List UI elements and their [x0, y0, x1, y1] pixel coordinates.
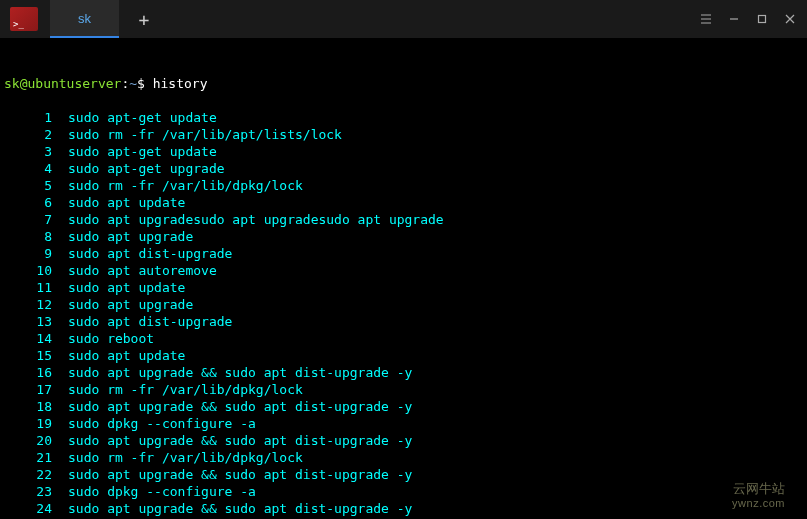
history-command: sudo rm -fr /var/lib/apt/lists/lock: [68, 126, 342, 143]
new-tab-button[interactable]: +: [125, 0, 163, 38]
history-number: 23: [4, 483, 52, 500]
history-entry: 11sudo apt update: [4, 279, 807, 296]
history-command: sudo apt dist-upgrade: [68, 245, 232, 262]
maximize-button[interactable]: [749, 6, 775, 32]
history-command: sudo apt dist-upgrade: [68, 313, 232, 330]
history-list: 1sudo apt-get update2sudo rm -fr /var/li…: [4, 109, 807, 519]
history-entry: 23sudo dpkg --configure -a: [4, 483, 807, 500]
history-number: 16: [4, 364, 52, 381]
history-entry: 14sudo reboot: [4, 330, 807, 347]
history-entry: 20sudo apt upgrade && sudo apt dist-upgr…: [4, 432, 807, 449]
history-number: 4: [4, 160, 52, 177]
terminal-output[interactable]: sk@ubuntuserver:~$ history 1sudo apt-get…: [0, 38, 807, 519]
history-number: 22: [4, 466, 52, 483]
history-number: 24: [4, 500, 52, 517]
minimize-icon: [729, 14, 739, 24]
history-command: sudo apt autoremove: [68, 262, 217, 279]
prompt-dollar: $: [137, 76, 145, 91]
history-entry: 17sudo rm -fr /var/lib/dpkg/lock: [4, 381, 807, 398]
history-command: sudo reboot: [68, 330, 154, 347]
watermark-url: ywnz.com: [732, 496, 785, 511]
history-number: 17: [4, 381, 52, 398]
history-number: 5: [4, 177, 52, 194]
history-number: 9: [4, 245, 52, 262]
history-entry: 24sudo apt upgrade && sudo apt dist-upgr…: [4, 500, 807, 517]
history-command: sudo apt-get update: [68, 109, 217, 126]
history-entry: 8sudo apt upgrade: [4, 228, 807, 245]
prompt-icon: >_: [13, 19, 24, 29]
history-number: 18: [4, 398, 52, 415]
history-command: sudo rm -fr /var/lib/dpkg/lock: [68, 449, 303, 466]
history-entry: 22sudo apt upgrade && sudo apt dist-upgr…: [4, 466, 807, 483]
history-entry: 13sudo apt dist-upgrade: [4, 313, 807, 330]
history-command: sudo apt-get update: [68, 143, 217, 160]
history-number: 1: [4, 109, 52, 126]
history-command: sudo apt upgrade && sudo apt dist-upgrad…: [68, 432, 412, 449]
history-entry: 7sudo apt upgradesudo apt upgradesudo ap…: [4, 211, 807, 228]
history-number: 3: [4, 143, 52, 160]
history-entry: 18sudo apt upgrade && sudo apt dist-upgr…: [4, 398, 807, 415]
history-entry: 21sudo rm -fr /var/lib/dpkg/lock: [4, 449, 807, 466]
history-number: 19: [4, 415, 52, 432]
history-entry: 19sudo dpkg --configure -a: [4, 415, 807, 432]
plus-icon: +: [139, 9, 150, 30]
history-number: 13: [4, 313, 52, 330]
history-command: sudo apt upgrade && sudo apt dist-upgrad…: [68, 398, 412, 415]
watermark: 云网牛站 ywnz.com: [732, 481, 785, 511]
prompt-line: sk@ubuntuserver:~$ history: [4, 75, 807, 92]
maximize-icon: [757, 14, 767, 24]
history-command: sudo apt update: [68, 194, 185, 211]
history-command: sudo rm -fr /var/lib/dpkg/lock: [68, 177, 303, 194]
watermark-text: 云网牛站: [732, 481, 785, 496]
history-entry: 1sudo apt-get update: [4, 109, 807, 126]
history-entry: 15sudo apt update: [4, 347, 807, 364]
history-entry: 6sudo apt update: [4, 194, 807, 211]
hamburger-icon: [700, 14, 712, 24]
history-command: sudo dpkg --configure -a: [68, 483, 256, 500]
close-icon: [785, 14, 795, 24]
history-number: 6: [4, 194, 52, 211]
window-controls: [693, 0, 803, 38]
typed-command: history: [153, 76, 208, 91]
history-command: sudo apt upgrade && sudo apt dist-upgrad…: [68, 364, 412, 381]
menu-button[interactable]: [693, 6, 719, 32]
history-number: 21: [4, 449, 52, 466]
history-entry: 9sudo apt dist-upgrade: [4, 245, 807, 262]
close-button[interactable]: [777, 6, 803, 32]
history-entry: 4sudo apt-get upgrade: [4, 160, 807, 177]
history-command: sudo apt upgradesudo apt upgradesudo apt…: [68, 211, 444, 228]
history-command: sudo rm -fr /var/lib/dpkg/lock: [68, 381, 303, 398]
history-entry: 5sudo rm -fr /var/lib/dpkg/lock: [4, 177, 807, 194]
history-command: sudo apt-get upgrade: [68, 160, 225, 177]
svg-rect-0: [759, 16, 766, 23]
history-command: sudo apt update: [68, 279, 185, 296]
history-command: sudo dpkg --configure -a: [68, 415, 256, 432]
history-number: 2: [4, 126, 52, 143]
history-entry: 16sudo apt upgrade && sudo apt dist-upgr…: [4, 364, 807, 381]
history-number: 10: [4, 262, 52, 279]
history-command: sudo apt upgrade: [68, 296, 193, 313]
history-number: 15: [4, 347, 52, 364]
history-number: 8: [4, 228, 52, 245]
history-command: sudo apt update: [68, 347, 185, 364]
history-entry: 2sudo rm -fr /var/lib/apt/lists/lock: [4, 126, 807, 143]
history-number: 7: [4, 211, 52, 228]
titlebar: >_ sk +: [0, 0, 807, 38]
history-entry: 3sudo apt-get update: [4, 143, 807, 160]
tab-active[interactable]: sk: [50, 0, 119, 38]
history-number: 20: [4, 432, 52, 449]
history-entry: 10sudo apt autoremove: [4, 262, 807, 279]
history-number: 12: [4, 296, 52, 313]
minimize-button[interactable]: [721, 6, 747, 32]
history-number: 14: [4, 330, 52, 347]
history-entry: 12sudo apt upgrade: [4, 296, 807, 313]
history-command: sudo apt upgrade && sudo apt dist-upgrad…: [68, 500, 412, 517]
history-command: sudo apt upgrade && sudo apt dist-upgrad…: [68, 466, 412, 483]
history-number: 11: [4, 279, 52, 296]
tab-label: sk: [78, 11, 91, 26]
history-command: sudo apt upgrade: [68, 228, 193, 245]
terminal-app-icon: >_: [10, 7, 38, 31]
prompt-user-host: sk@ubuntuserver: [4, 76, 121, 91]
prompt-path: ~: [129, 76, 137, 91]
